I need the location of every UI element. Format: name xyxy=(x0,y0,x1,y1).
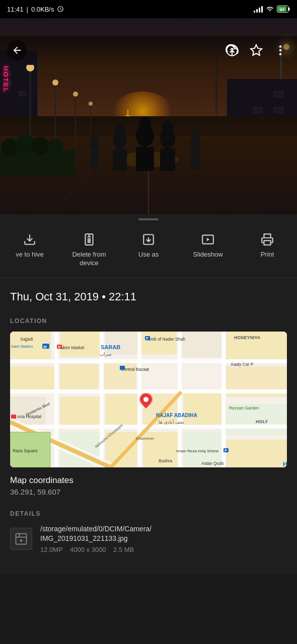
svg-text:Sadi Station: Sadi Station xyxy=(11,344,33,349)
delete-label: Delete fromdevice xyxy=(72,251,106,268)
dimensions: 4000 x 3000 xyxy=(70,546,106,553)
use-as-icon xyxy=(141,232,156,247)
svg-point-26 xyxy=(89,102,93,106)
svg-point-52 xyxy=(279,53,281,55)
svg-rect-135 xyxy=(16,533,27,544)
top-toolbar xyxy=(0,36,297,64)
photo-datetime: Thu, Oct 31, 2019 • 22:11 xyxy=(10,290,287,303)
svg-rect-74 xyxy=(141,332,176,354)
map-coords-title: Map coordinates xyxy=(10,475,287,486)
svg-rect-89 xyxy=(10,389,287,393)
upload-button[interactable] xyxy=(222,41,242,60)
svg-text:Boshra: Boshra xyxy=(159,458,172,463)
svg-point-28 xyxy=(139,116,151,130)
phone-delete-icon xyxy=(82,232,96,247)
favorite-button[interactable] xyxy=(247,41,266,60)
map-coords-value: 36.291, 59.607 xyxy=(10,488,287,496)
svg-point-46 xyxy=(47,139,63,155)
svg-rect-2 xyxy=(288,8,290,11)
print-label: Print xyxy=(261,251,274,259)
svg-point-51 xyxy=(279,49,281,51)
signal-icon xyxy=(254,6,263,13)
svg-rect-29 xyxy=(136,147,154,171)
svg-text:Khamenel: Khamenel xyxy=(136,436,154,441)
download-icon xyxy=(23,232,37,247)
photo-scene: HOTEL xyxy=(0,18,297,214)
svg-text:NAJAF ABADIHA: NAJAF ABADIHA xyxy=(156,413,197,418)
svg-point-34 xyxy=(162,121,173,134)
svg-text:HOLY: HOLY xyxy=(256,419,268,424)
svg-rect-70 xyxy=(60,332,101,357)
svg-rect-73 xyxy=(103,362,136,389)
map-background: SARAB سراب NAJAF ABADIHA نجف آبادی ها Sa… xyxy=(10,332,287,467)
status-right: 97 xyxy=(254,6,290,13)
svg-text:H: H xyxy=(283,461,287,467)
slideshow-label: Slideshow xyxy=(193,251,222,259)
action-save-to-archive[interactable]: ve to hive xyxy=(10,232,50,259)
file-meta: 12.0MP 4000 x 3000 2.5 MB xyxy=(40,546,287,553)
toolbar-right xyxy=(222,41,290,60)
location-label: LOCATION xyxy=(10,317,287,325)
file-icon xyxy=(10,528,32,550)
details-label: DETAILS xyxy=(10,510,287,517)
svg-point-24 xyxy=(73,92,78,97)
svg-point-40 xyxy=(191,129,200,139)
svg-rect-71 xyxy=(106,332,141,354)
svg-point-133 xyxy=(143,397,148,402)
svg-marker-63 xyxy=(207,238,209,242)
file-info-row: /storage/emulated/0/DCIM/Camera/IMG_2019… xyxy=(10,524,287,553)
action-print[interactable]: Print xyxy=(247,232,287,259)
action-use-as[interactable]: Use as xyxy=(128,232,169,259)
svg-rect-95 xyxy=(221,332,226,467)
svg-text:97: 97 xyxy=(280,8,284,12)
svg-rect-41 xyxy=(191,150,200,170)
svg-text:Astan Quds: Astan Quds xyxy=(201,461,224,466)
svg-marker-49 xyxy=(251,45,262,55)
use-as-label: Use as xyxy=(138,251,159,259)
svg-text:Rezvan Garden: Rezvan Garden xyxy=(229,406,259,411)
svg-text:Imam Reza Holy Shrine: Imam Reza Holy Shrine xyxy=(176,449,219,453)
back-button[interactable] xyxy=(7,40,27,60)
svg-point-20 xyxy=(26,65,34,71)
action-slideshow[interactable]: Slideshow xyxy=(188,232,228,259)
time: 11:41 xyxy=(7,6,24,13)
svg-text:سراب: سراب xyxy=(100,352,112,357)
separator: | xyxy=(27,6,28,13)
svg-point-31 xyxy=(115,124,125,135)
svg-rect-116 xyxy=(120,366,125,370)
more-options-button[interactable] xyxy=(271,41,290,60)
save-to-archive-label: ve to hive xyxy=(16,251,44,259)
svg-text:M: M xyxy=(43,345,47,349)
svg-text:نجف آبادی ها: نجف آبادی ها xyxy=(159,419,184,425)
wifi-icon xyxy=(266,6,274,13)
network-speed: 0.0KB/s xyxy=(31,6,54,13)
file-details: /storage/emulated/0/DCIM/Camera/IMG_2019… xyxy=(40,524,287,553)
photo-area: HOTEL xyxy=(0,18,297,214)
trees xyxy=(0,135,76,175)
map-svg: SARAB سراب NAJAF ABADIHA نجف آبادی ها Sa… xyxy=(10,332,287,467)
svg-rect-94 xyxy=(178,332,182,467)
content-area: Thu, Oct 31, 2019 • 22:11 LOCATION xyxy=(0,278,297,574)
file-size: 2.5 MB xyxy=(113,546,134,553)
scroll-pill xyxy=(138,218,159,220)
svg-text:P: P xyxy=(225,449,227,452)
people-silhouettes xyxy=(75,106,215,171)
slideshow-icon xyxy=(201,232,215,247)
svg-point-37 xyxy=(91,132,99,141)
svg-point-45 xyxy=(31,137,49,155)
svg-point-50 xyxy=(279,45,281,47)
print-icon xyxy=(260,232,274,247)
svg-rect-32 xyxy=(113,149,127,171)
file-path: /storage/emulated/0/DCIM/Camera/IMG_2019… xyxy=(40,524,287,544)
svg-text:HOSEYNIYA: HOSEYNIYA xyxy=(234,335,261,340)
svg-text:Central Bazaar: Central Bazaar xyxy=(121,367,150,372)
svg-text:SARAB: SARAB xyxy=(101,344,120,350)
status-bar: 11:41 | 0.0KB/s 97 xyxy=(0,0,297,18)
svg-point-22 xyxy=(52,79,58,86)
alarm-icon xyxy=(57,6,64,13)
action-delete[interactable]: Delete fromdevice xyxy=(69,232,109,268)
svg-rect-79 xyxy=(227,440,287,467)
map-container[interactable]: SARAB سراب NAJAF ABADIHA نجف آبادی ها Sa… xyxy=(10,332,287,467)
svg-rect-64 xyxy=(264,240,271,245)
status-left: 11:41 | 0.0KB/s xyxy=(7,6,64,13)
